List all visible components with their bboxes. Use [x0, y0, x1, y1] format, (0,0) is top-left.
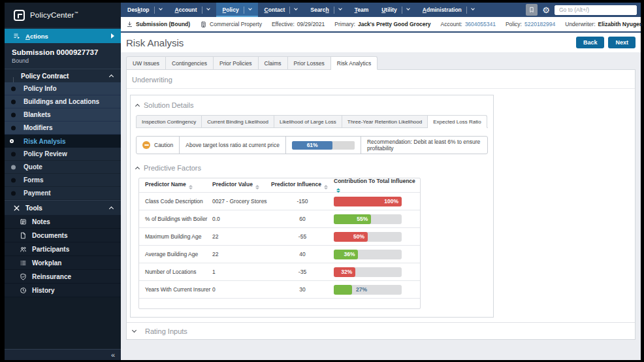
nav-item-policy[interactable]: Policy — [216, 3, 258, 17]
tab-uw-issues[interactable]: UW Issues — [126, 56, 166, 70]
nav-separator — [202, 7, 202, 14]
predictor-influence-cell: -35 — [271, 269, 334, 275]
contribution-bar-track: 27% — [334, 285, 402, 295]
sidebar-item-label: Participants — [32, 246, 69, 253]
back-button[interactable]: Back — [576, 37, 605, 48]
sidebar-item-payment[interactable]: Payment — [5, 187, 121, 200]
table-row[interactable]: Average Building Age224036% — [139, 246, 420, 263]
predictor-name-cell: Average Building Age — [139, 251, 212, 257]
sort-icon[interactable] — [255, 185, 259, 190]
sidebar-item-blankets[interactable]: Blankets — [5, 108, 121, 122]
solution-tab-three-year-retention-likelihood[interactable]: Three-Year Retention Likelihood — [342, 115, 428, 128]
right-column: DesktopAccountPolicyContactSearchTeamUti… — [121, 3, 641, 360]
solution-tab-likelihood-of-large-loss[interactable]: Likelihood of Large Loss — [274, 115, 342, 128]
predictor-value-cell: 0027 - Grocery Stores — [212, 198, 271, 205]
solution-tab-inspection-contingency[interactable]: Inspection Contingency — [136, 115, 202, 128]
policy-contract-items: Policy InfoBuildings and LocationsBlanke… — [5, 82, 121, 200]
goto-input[interactable] — [555, 5, 637, 15]
actions-button[interactable]: Actions — [5, 29, 121, 43]
table-row[interactable]: Years With Current Insurer03027% — [139, 281, 420, 299]
rating-inputs-label: Rating Inputs — [145, 327, 187, 335]
column-header-predictor-name[interactable]: Predictor Name — [139, 181, 212, 190]
tab-claims[interactable]: Claims — [259, 56, 288, 70]
column-header-contribution-to-total-influence[interactable]: Contribution To Total Influence — [334, 178, 419, 193]
nav-item-administration[interactable]: Administration — [416, 3, 481, 17]
sidebar-item-workplan[interactable]: Workplan — [5, 256, 121, 270]
predictive-factors-header[interactable]: Predictive Factors — [136, 164, 488, 172]
arrow-right-icon — [111, 33, 114, 39]
nav-separator — [289, 7, 290, 14]
milestone-dot-icon — [11, 112, 16, 117]
tools-label: Tools — [25, 205, 42, 212]
actions-list-icon — [13, 32, 21, 40]
alert-recommendation: Recommendation: Debit at least 6% to ens… — [361, 137, 487, 154]
sort-icon[interactable] — [189, 185, 193, 190]
submission-status: Bound — [12, 58, 113, 64]
submission-block: Submission 0000927737 Bound — [5, 43, 121, 69]
solution-tab-current-binding-likelihood[interactable]: Current Binding Likelihood — [202, 115, 274, 128]
account-number-link[interactable]: 3604055341 — [465, 21, 496, 27]
tab-prior-policies[interactable]: Prior Policies — [214, 56, 259, 70]
sidebar-item-label: Quote — [24, 163, 42, 171]
table-row[interactable]: Class Code Description0027 - Grocery Sto… — [139, 193, 420, 210]
table-row[interactable]: % of Buildings with Boiler0.06055% — [139, 210, 420, 228]
main-area: Risk Analysis Back Next UW IssuesConting… — [121, 33, 641, 360]
table-row[interactable]: Number of Locations1-3532% — [139, 263, 420, 281]
nav-item-team[interactable]: Team — [348, 3, 376, 17]
page-header: Risk Analysis Back Next — [121, 33, 641, 52]
sidebar-item-policy-review[interactable]: Policy Review — [5, 148, 121, 161]
rating-inputs-header[interactable]: Rating Inputs — [127, 322, 635, 339]
table-row[interactable]: Maximum Building Age22-5550% — [139, 228, 420, 246]
contribution-bar-fill: 100% — [334, 197, 402, 206]
bookmark-icon — [528, 6, 535, 14]
contribution-cell: 27% — [334, 285, 419, 295]
sidebar-item-participants[interactable]: Participants — [5, 242, 121, 256]
sidebar-item-history[interactable]: History — [5, 284, 121, 297]
milestone-dot-icon — [11, 125, 16, 130]
chevron-down-icon — [159, 7, 163, 10]
nav-item-desktop[interactable]: Desktop — [121, 3, 169, 17]
predictor-name-cell: Years With Current Insurer — [139, 286, 212, 293]
sort-icon[interactable] — [336, 188, 340, 193]
sidebar-item-policy-info[interactable]: Policy Info — [5, 82, 121, 95]
chevron-down-icon — [294, 7, 298, 10]
nav-item-contact[interactable]: Contact — [258, 3, 304, 17]
solution-details-panel: Solution Details Inspection ContingencyC… — [130, 95, 494, 318]
contribution-bar-track: 32% — [334, 267, 402, 277]
document-icon — [20, 232, 27, 239]
sidebar-item-label: Payment — [24, 189, 51, 197]
tab-contingencies[interactable]: Contingencies — [166, 56, 214, 70]
sidebar-collapse-button[interactable]: « — [5, 349, 121, 360]
sidebar-item-buildings-and-locations[interactable]: Buildings and Locations — [5, 95, 121, 108]
policy-contract-group-header[interactable]: Policy Contract — [5, 69, 121, 82]
tab-prior-losses[interactable]: Prior Losses — [288, 56, 331, 70]
sidebar-item-quote[interactable]: Quote — [5, 161, 121, 174]
nav-item-search[interactable]: Search — [304, 3, 347, 17]
effective-date: Effective:09/29/2021 — [272, 21, 325, 27]
sidebar-item-documents[interactable]: Documents — [5, 229, 121, 242]
solution-tab-expected-loss-ratio[interactable]: Expected Loss Ratio — [428, 115, 487, 128]
column-header-predictor-value[interactable]: Predictor Value — [212, 181, 271, 190]
sidebar-item-forms[interactable]: Forms — [5, 174, 121, 187]
nav-separator — [466, 7, 467, 14]
sidebar-item-risk-analysis[interactable]: Risk Analysis — [5, 135, 121, 148]
column-header-predictor-influence[interactable]: Predictor Influence — [271, 181, 334, 190]
solution-details-header[interactable]: Solution Details — [136, 101, 488, 109]
sidebar-item-modifiers[interactable]: Modifiers — [5, 122, 121, 135]
caution-alert-bar: Caution Above target loss ratio at curre… — [136, 136, 488, 154]
nav-item-account[interactable]: Account — [169, 3, 216, 17]
left-column: PolicyCenter™ Actions Submission 0000927… — [5, 3, 121, 360]
milestone-dot-icon — [11, 86, 16, 91]
bookmark-button[interactable] — [526, 4, 538, 16]
sidebar-item-reinsurance[interactable]: Reinsurance — [5, 270, 121, 284]
tab-risk-analytics[interactable]: Risk Analytics — [331, 56, 378, 70]
gear-icon[interactable]: ⚙ — [542, 6, 550, 14]
nav-separator — [402, 7, 402, 14]
nav-item-utility[interactable]: Utility — [375, 3, 416, 17]
policy-number-link[interactable]: 5220182994 — [524, 21, 555, 27]
product-line: Commercial Property — [200, 21, 262, 28]
next-button[interactable]: Next — [608, 37, 636, 48]
sort-icon[interactable] — [324, 185, 328, 190]
tools-group-header[interactable]: Tools — [5, 200, 121, 215]
sidebar-item-notes[interactable]: Notes — [5, 215, 121, 229]
